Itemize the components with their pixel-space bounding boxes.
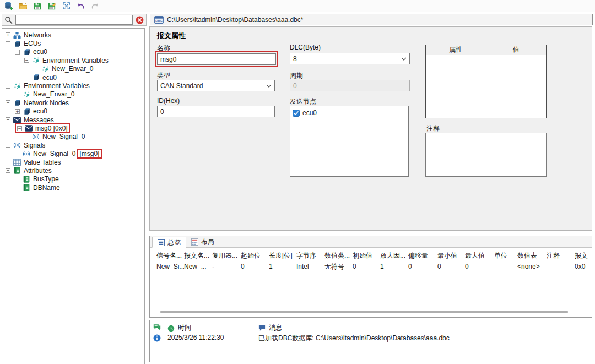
- tree-item-signals[interactable]: −Signals: [2, 141, 144, 149]
- attr-col-header: 属性: [426, 45, 486, 55]
- tree-item-label: Environment Variables: [42, 57, 109, 64]
- chevron-down-icon: [401, 55, 407, 63]
- overview-tab-bar: 总览布局: [150, 236, 592, 248]
- collapse-icon[interactable]: −: [24, 58, 29, 63]
- message-bubble-icon: [258, 324, 266, 332]
- overview-panel: 总览布局 信号名...报文名...复用器...起始位长度[位]字节序数值类...…: [149, 236, 592, 318]
- document-path: C:\Users\itadmin\Desktop\Databases\aaa.d…: [167, 16, 303, 24]
- new-database-icon[interactable]: [4, 2, 13, 10]
- tree-item-new-signal-0[interactable]: −New_Signal_0[msg0]: [2, 149, 144, 157]
- column-header: 起始位: [241, 251, 269, 260]
- toolbar: [0, 0, 595, 12]
- undo-icon[interactable]: [76, 2, 85, 10]
- sender-item-ecu0[interactable]: ecu0: [293, 108, 406, 117]
- search-box: [2, 14, 147, 26]
- ecu-icon: [13, 40, 21, 47]
- tab-布局[interactable]: 布局: [186, 236, 219, 247]
- tree-item-label: New_Signal_0: [42, 133, 85, 140]
- tab-总览[interactable]: 总览: [152, 237, 186, 248]
- collapse-icon[interactable]: −: [6, 41, 10, 46]
- tree-item-label: Messages: [24, 116, 54, 124]
- tree-item-label: New_Envar_0: [52, 65, 93, 73]
- search-icon: [4, 16, 13, 24]
- tree-item-dbname[interactable]: −DBName: [2, 183, 144, 192]
- table-cell: 0: [465, 263, 494, 270]
- tree-item-msg0-0x0[interactable]: −msg0 [0x0]: [2, 124, 144, 132]
- search-input[interactable]: [15, 15, 133, 25]
- collapse-icon[interactable]: −: [6, 84, 10, 89]
- expand-icon[interactable]: +: [15, 109, 20, 114]
- value-col-header: 值: [486, 45, 547, 55]
- save-icon[interactable]: [33, 2, 42, 10]
- comment-textarea[interactable]: [425, 133, 547, 177]
- panel-title: 报文属性: [157, 31, 186, 41]
- attribute-icon: [13, 167, 21, 174]
- tree-item-label: Signals: [24, 142, 45, 149]
- type-label: 类型: [157, 71, 170, 80]
- id-input[interactable]: 0: [157, 106, 275, 117]
- tree-item-new-signal-0[interactable]: −New_Signal_0: [2, 133, 144, 141]
- tree-item-ecus[interactable]: −ECUs: [2, 39, 144, 47]
- table-cell: New_...: [184, 263, 212, 270]
- tree-item-bustype[interactable]: −BusType: [2, 175, 144, 183]
- tree-item-ecu0[interactable]: −ecu0: [2, 73, 144, 82]
- document-tab[interactable]: DBC C:\Users\itadmin\Desktop\Databases\a…: [150, 14, 593, 25]
- name-input[interactable]: msg0: [157, 53, 276, 65]
- tree-item-label: DBName: [33, 184, 60, 192]
- tree-item-environment-variables[interactable]: −Environment Variables: [2, 82, 144, 90]
- signal-icon: [13, 142, 21, 149]
- envvar-icon: [31, 57, 40, 64]
- ovlist-icon: [158, 238, 165, 246]
- tree-item-new-envar-0[interactable]: −New_Envar_0: [2, 90, 144, 99]
- tree-item-network-nodes[interactable]: −Network Nodes: [2, 99, 144, 107]
- collapse-icon[interactable]: −: [6, 143, 10, 148]
- table-cell: -: [212, 263, 241, 270]
- tree-item-environment-variables[interactable]: −Environment Variables: [2, 56, 144, 64]
- tree-item-label: ecu0: [42, 74, 57, 82]
- info-icon: [153, 334, 161, 342]
- tree-item-messages[interactable]: −Messages: [2, 116, 144, 124]
- signal-table-row[interactable]: New_Si...New_...-01Intel无符号01000<none>0x…: [150, 261, 592, 272]
- tree-item-label: Environment Variables: [24, 82, 90, 90]
- tree-item-new-envar-0[interactable]: −New_Envar_0: [2, 65, 144, 73]
- tree-item-ecu0[interactable]: −ecu0: [2, 48, 144, 56]
- redo-icon: [90, 2, 99, 10]
- expand-icon[interactable]: +: [6, 32, 10, 37]
- red-highlight-rect: [msg0]: [77, 149, 102, 159]
- database-tree: +Networks−ECUs−ecu0−Environment Variable…: [2, 28, 145, 364]
- collapse-icon[interactable]: −: [15, 50, 20, 55]
- clock-icon: [167, 324, 175, 332]
- collapse-icon[interactable]: −: [17, 126, 22, 131]
- attributes-table-header: 属性 值: [426, 45, 546, 55]
- type-select[interactable]: CAN Standard: [157, 80, 275, 91]
- column-header: 数值类...: [324, 251, 353, 260]
- column-header: 复用器...: [212, 251, 241, 260]
- expand-all-icon[interactable]: [62, 2, 71, 10]
- checkbox-checked-icon[interactable]: [293, 108, 300, 116]
- table-cell: 0: [408, 263, 437, 270]
- tree-item-value-tables[interactable]: −Value Tables: [2, 158, 144, 166]
- clear-search-icon[interactable]: [136, 16, 144, 24]
- open-file-icon[interactable]: [19, 2, 28, 10]
- save-as-icon[interactable]: [47, 2, 56, 10]
- tree-item-label: Network Nodes: [24, 99, 69, 107]
- tree-item-attributes[interactable]: −Attributes: [2, 166, 144, 175]
- tree-item-label: Value Tables: [24, 159, 61, 166]
- collapse-icon[interactable]: −: [6, 117, 10, 122]
- column-header: 长度[位]: [269, 251, 296, 260]
- table-cell: New_Si...: [156, 263, 184, 270]
- tree-item-ecu0[interactable]: +ecu0: [2, 107, 144, 116]
- period-input: 0: [290, 80, 410, 91]
- horizontal-scrollbar[interactable]: [160, 311, 568, 313]
- tree-item-networks[interactable]: +Networks: [2, 31, 144, 39]
- log-row[interactable]: 2025/3/26 11:22:30已加载DBC数据库: C:\Users\it…: [150, 334, 592, 344]
- signal-table-header: 信号名...报文名...复用器...起始位长度[位]字节序数值类...初始值放大…: [150, 250, 592, 261]
- attribute-icon: [22, 184, 31, 191]
- attributes-table: 属性 值: [425, 45, 547, 118]
- dlc-select[interactable]: 8: [290, 53, 410, 64]
- collapse-icon[interactable]: −: [6, 168, 10, 173]
- text-caret: [177, 56, 177, 63]
- tree-item-label: ECUs: [24, 40, 41, 47]
- collapse-icon[interactable]: −: [6, 100, 10, 105]
- table-cell: 0x0: [575, 263, 593, 270]
